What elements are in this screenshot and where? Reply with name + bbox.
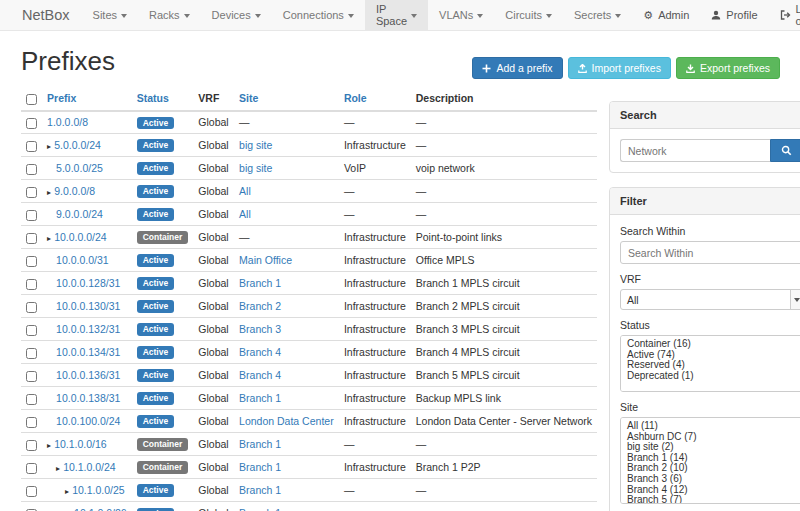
column-header-site[interactable]: Site	[234, 87, 339, 111]
prefix-link[interactable]: 10.0.0.0/31	[56, 254, 109, 266]
row-checkbox[interactable]	[26, 325, 37, 336]
status-badge[interactable]: Active	[137, 185, 175, 198]
prefix-link[interactable]: 10.1.0.0/26	[74, 507, 127, 511]
prefix-link[interactable]: 5.0.0.0/25	[56, 162, 103, 174]
site-link[interactable]: Branch 1	[239, 438, 281, 450]
row-checkbox[interactable]	[26, 486, 37, 497]
select-option[interactable]: Deprecated (1)	[621, 371, 800, 382]
column-header-prefix[interactable]: Prefix	[42, 87, 132, 111]
row-checkbox[interactable]	[26, 463, 37, 474]
site-multiselect[interactable]: All (11)Ashburn DC (7)big site (2)Branch…	[620, 417, 800, 504]
row-checkbox[interactable]	[26, 302, 37, 313]
site-link[interactable]: Branch 1	[239, 277, 281, 289]
site-link[interactable]: Main Office	[239, 254, 292, 266]
prefix-link[interactable]: 10.0.0.136/31	[56, 369, 120, 381]
site-link[interactable]: big site	[239, 162, 272, 174]
row-checkbox[interactable]	[26, 279, 37, 290]
row-checkbox[interactable]	[26, 371, 37, 382]
site-link[interactable]: Branch 1	[239, 461, 281, 473]
prefix-link[interactable]: 10.0.100.0/24	[56, 415, 120, 427]
status-badge[interactable]: Active	[137, 277, 175, 290]
status-badge[interactable]: Active	[137, 300, 175, 313]
prefix-link[interactable]: 10.0.0.132/31	[56, 323, 120, 335]
row-checkbox[interactable]	[26, 394, 37, 405]
select-all-checkbox[interactable]	[26, 94, 37, 105]
prefix-link[interactable]: 10.1.0.0/25	[72, 484, 125, 496]
status-badge[interactable]: Container	[137, 438, 189, 451]
prefix-link[interactable]: 5.0.0.0/24	[54, 139, 101, 151]
status-multiselect[interactable]: Container (16)Active (74)Reserved (4)Dep…	[620, 335, 800, 392]
site-link[interactable]: All	[239, 185, 251, 197]
site-link[interactable]: Branch 4	[239, 369, 281, 381]
prefix-link[interactable]: 10.0.0.130/31	[56, 300, 120, 312]
site-link[interactable]: Branch 1	[239, 484, 281, 496]
search-within-input[interactable]	[620, 241, 800, 264]
column-header-role[interactable]: Role	[339, 87, 411, 111]
status-badge[interactable]: Active	[137, 117, 175, 130]
row-checkbox[interactable]	[26, 187, 37, 198]
select-option[interactable]: Branch 5 (7)	[621, 495, 800, 504]
nav-item-secrets[interactable]: Secrets	[563, 0, 632, 30]
row-checkbox[interactable]	[26, 256, 37, 267]
status-badge[interactable]: Container	[137, 461, 189, 474]
site-link[interactable]: Branch 3	[239, 323, 281, 335]
site-link[interactable]: All	[239, 208, 251, 220]
status-badge[interactable]: Active	[137, 254, 175, 267]
site-link[interactable]: Branch 1	[239, 507, 281, 511]
vrf-select[interactable]: All	[620, 289, 800, 310]
row-checkbox[interactable]	[26, 233, 37, 244]
nav-item-connections[interactable]: Connections	[272, 0, 365, 30]
status-badge[interactable]: Container	[137, 231, 189, 244]
search-button[interactable]	[770, 139, 800, 162]
row-checkbox[interactable]	[26, 348, 37, 359]
prefix-link[interactable]: 10.0.0.0/24	[54, 231, 107, 243]
nav-item-admin[interactable]: ⚙Admin	[632, 0, 700, 30]
nav-item-ip-space[interactable]: IP Space	[365, 0, 428, 30]
status-badge[interactable]: Active	[137, 369, 175, 382]
site-link[interactable]: big site	[239, 139, 272, 151]
add-a-prefix-button[interactable]: Add a prefix	[472, 57, 562, 79]
prefix-link[interactable]: 10.1.0.0/24	[63, 461, 116, 473]
status-badge[interactable]: Active	[137, 392, 175, 405]
nav-item-vlans[interactable]: VLANs	[428, 0, 494, 30]
import-prefixes-button[interactable]: Import prefixes	[568, 57, 671, 79]
status-badge[interactable]: Active	[137, 162, 175, 175]
site-link[interactable]: London Data Center	[239, 415, 334, 427]
select-option[interactable]: Container (16)	[621, 339, 800, 350]
prefix-link[interactable]: 1.0.0.0/8	[47, 116, 88, 128]
prefix-link[interactable]: 10.0.0.134/31	[56, 346, 120, 358]
row-checkbox[interactable]	[26, 118, 37, 129]
brand-link[interactable]: NetBox	[0, 0, 82, 30]
row-checkbox[interactable]	[26, 440, 37, 451]
select-option[interactable]: Branch 3 (6)	[621, 474, 800, 485]
prefix-link[interactable]: 10.0.0.128/31	[56, 277, 120, 289]
row-checkbox[interactable]	[26, 210, 37, 221]
status-badge[interactable]: Active	[137, 139, 175, 152]
status-badge[interactable]: Active	[137, 323, 175, 336]
nav-item-log-out[interactable]: Log out	[769, 0, 800, 30]
site-link[interactable]: Branch 4	[239, 346, 281, 358]
nav-item-sites[interactable]: Sites	[82, 0, 138, 30]
status-badge[interactable]: Active	[137, 346, 175, 359]
select-option[interactable]: All (11)	[621, 421, 800, 432]
prefix-link[interactable]: 9.0.0.0/24	[56, 208, 103, 220]
site-cell: All	[234, 180, 339, 203]
prefix-link[interactable]: 9.0.0.0/8	[54, 185, 95, 197]
site-link[interactable]: Branch 1	[239, 392, 281, 404]
nav-item-profile[interactable]: Profile	[700, 0, 768, 30]
nav-item-racks[interactable]: Racks	[138, 0, 201, 30]
row-checkbox[interactable]	[26, 417, 37, 428]
status-badge[interactable]: Active	[137, 484, 175, 497]
prefix-link[interactable]: 10.1.0.0/16	[54, 438, 107, 450]
status-badge[interactable]: Active	[137, 208, 175, 221]
row-checkbox[interactable]	[26, 164, 37, 175]
search-input[interactable]	[620, 139, 770, 162]
nav-item-circuits[interactable]: Circuits	[494, 0, 563, 30]
site-link[interactable]: Branch 2	[239, 300, 281, 312]
export-prefixes-button[interactable]: Export prefixes	[676, 57, 780, 79]
status-badge[interactable]: Active	[137, 415, 175, 428]
column-header-status[interactable]: Status	[132, 87, 194, 111]
nav-item-devices[interactable]: Devices	[201, 0, 272, 30]
prefix-link[interactable]: 10.0.0.138/31	[56, 392, 120, 404]
row-checkbox[interactable]	[26, 141, 37, 152]
